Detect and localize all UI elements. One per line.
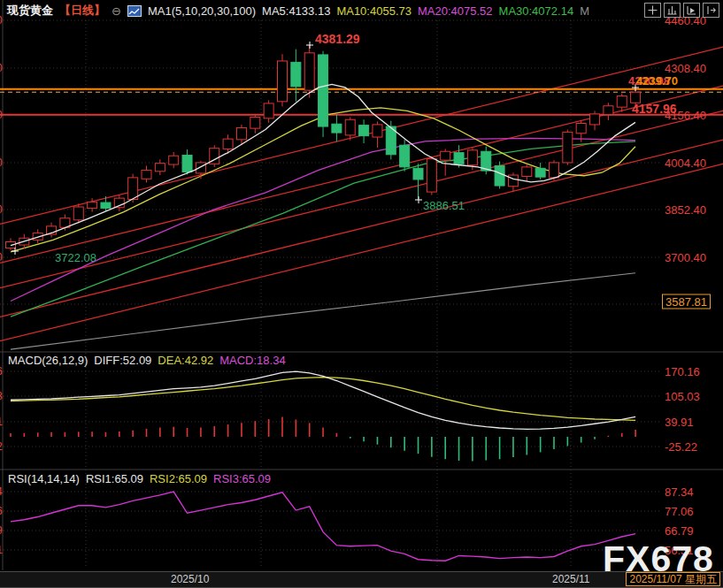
trend-line <box>0 86 723 263</box>
candle-body <box>400 145 410 167</box>
ma5-value: MA5:4133.13 <box>262 4 330 18</box>
chart-type-icon[interactable] <box>127 5 142 17</box>
collapse-icon[interactable]: ⊖ <box>112 4 121 18</box>
candle-body <box>563 132 573 163</box>
rsi-title: RSI(14,14,14) <box>8 472 80 485</box>
period-label: 【日线】 <box>59 3 105 19</box>
candle-body <box>278 61 288 102</box>
ma30-value: MA30:4072.14 <box>499 4 574 18</box>
macd-panel-header: MACD(26,12,9) DIFF:52.09 DEA:42.92 MACD:… <box>8 354 286 367</box>
candle-body <box>169 156 179 164</box>
rsi1-value: RSI1:65.09 <box>86 472 143 485</box>
ma100-line <box>11 273 635 349</box>
candle-body <box>236 127 246 139</box>
ma30-line <box>11 141 635 317</box>
candle-body <box>223 139 233 149</box>
candle-body <box>631 92 641 103</box>
rsi-panel-header: RSI(14,14,14) RSI1:65.09 RSI2:65.09 RSI3… <box>8 472 271 485</box>
macd-diff-line <box>11 371 635 429</box>
candle-body <box>250 117 260 128</box>
fx678-watermark: FX678 <box>603 538 714 580</box>
candle-body <box>359 126 369 136</box>
candle-body <box>617 95 627 107</box>
macd-dea-line <box>11 378 635 421</box>
candle-body <box>467 150 477 165</box>
ma-settings-label: MA1(5,10,20,30,100) <box>148 4 256 18</box>
macd-diff-value: DIFF:52.09 <box>94 354 151 367</box>
rsi-line <box>11 492 635 561</box>
ma20-value: MA20:4075.52 <box>418 4 493 18</box>
candle-body <box>128 178 138 200</box>
candle-body <box>304 53 314 90</box>
candle-body <box>522 167 532 177</box>
crosshair-icon[interactable] <box>644 3 661 18</box>
ma10-value: MA10:4055.73 <box>336 4 411 18</box>
candle-body <box>345 119 355 135</box>
candle-body <box>182 155 192 172</box>
candle-body <box>413 168 423 179</box>
candle-body <box>142 170 151 179</box>
macd-value: MACD:18.34 <box>219 354 285 367</box>
trend-line <box>0 111 723 287</box>
candle-body <box>319 55 328 126</box>
candle-body <box>550 163 559 178</box>
trading-chart-window: 现货黄金 【日线】 ⊖ MA1(5,10,20,30,100) MA5:4133… <box>0 0 723 588</box>
candle-body <box>291 62 301 87</box>
candle-body <box>535 168 545 177</box>
candle-body <box>576 124 586 134</box>
candle-body <box>264 103 273 118</box>
chart-toolbar <box>644 3 719 18</box>
candle-body <box>604 106 613 115</box>
macd-title: MACD(26,12,9) <box>8 354 88 367</box>
candle-body <box>454 153 464 164</box>
indicator-bars-icon[interactable] <box>664 3 681 18</box>
candle-body <box>101 202 111 208</box>
candle-body <box>495 165 504 186</box>
month-label-november: 2025/11 <box>552 573 590 585</box>
candle-body <box>73 207 83 220</box>
period-m-label[interactable]: M <box>580 4 589 18</box>
candle-body <box>441 151 450 160</box>
rsi2-value: RSI2:65.09 <box>150 472 207 485</box>
playback-icon[interactable] <box>683 3 700 18</box>
exit-icon[interactable] <box>703 3 719 18</box>
month-label-october: 2025/10 <box>171 573 209 585</box>
rsi3-value: RSI3:65.09 <box>213 472 271 485</box>
candle-body <box>196 163 205 173</box>
candle-body <box>427 159 436 192</box>
macd-dea-value: DEA:42.92 <box>158 354 213 367</box>
chart-canvas[interactable] <box>0 0 723 588</box>
candle-body <box>88 202 97 208</box>
candle-body <box>590 114 600 125</box>
trend-line <box>0 164 723 340</box>
main-chart-header: 现货黄金 【日线】 ⊖ MA1(5,10,20,30,100) MA5:4133… <box>7 3 589 19</box>
symbol-name: 现货黄金 <box>7 3 53 19</box>
candle-body <box>155 164 165 172</box>
candle-body <box>373 125 382 137</box>
candle-body <box>332 124 342 133</box>
